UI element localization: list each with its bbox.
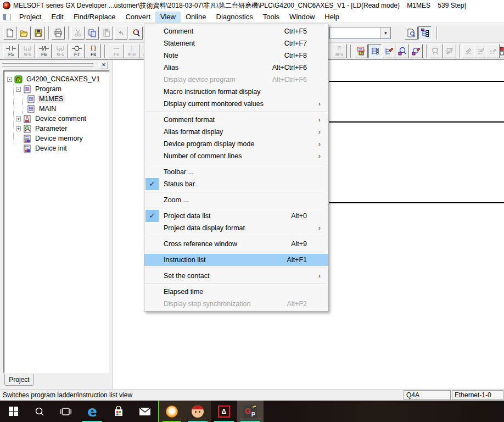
new-button[interactable] (3, 26, 16, 40)
menubar-tools[interactable]: Tools (258, 12, 284, 23)
device-test-button[interactable] (429, 44, 443, 58)
monitor-mode-button[interactable] (396, 44, 409, 58)
combobox-dropdown-button[interactable]: ▼ (380, 27, 390, 38)
save-button[interactable] (32, 26, 45, 40)
menu-item-set-the-contact[interactable]: Set the contact › (144, 270, 328, 282)
find-device-combobox[interactable]: ▼ (329, 27, 391, 39)
menu-item-cross-reference-window[interactable]: Cross reference window Alt+9 (144, 238, 328, 250)
menubar-diagnostics[interactable]: Diagnostics (211, 12, 258, 23)
panel-close-button[interactable]: ✕ (99, 62, 108, 69)
vertical-line-button[interactable]: | sF9 (124, 44, 139, 58)
menu-item-comment-format[interactable]: Comment format › (144, 114, 328, 126)
menu-item-status-bar[interactable]: ✓ Status bar (144, 178, 328, 190)
menu-item-toolbar[interactable]: Toolbar ... (144, 166, 328, 178)
paste-button[interactable] (100, 26, 113, 40)
taskbar-acrobat[interactable]: ∆ (211, 401, 237, 422)
copy-button[interactable] (86, 26, 99, 40)
expand-icon[interactable]: + (16, 126, 21, 131)
menu-item-comment[interactable]: Comment Ctrl+F5 (144, 25, 328, 37)
collapse-icon[interactable]: - (7, 77, 12, 82)
taskbar-edge[interactable]: e (79, 401, 105, 422)
search-icon (35, 407, 44, 417)
open-contact-button[interactable]: F5 (3, 44, 19, 58)
taskbar-app-face[interactable] (184, 401, 211, 422)
statement-edit-button[interactable] (474, 44, 488, 58)
menu-item-elapsed-time[interactable]: Elapsed time (144, 286, 328, 298)
menu-item-project-data-display-format[interactable]: Project data display format › (144, 222, 328, 234)
menu-item-note[interactable]: Note Ctrl+F8 (144, 49, 328, 62)
delete-vertical-line-button[interactable]: ⍁ aF9 (332, 44, 347, 58)
note-edit-button[interactable] (486, 44, 500, 58)
menubar-help[interactable]: Help (320, 12, 344, 23)
menubar-project[interactable]: Project (14, 12, 46, 23)
print-button[interactable] (52, 26, 65, 40)
menubar-find-replace[interactable]: Find/Replace (69, 12, 121, 23)
submenu-arrow-icon: › (318, 150, 321, 162)
tree-item-device-comment[interactable]: + Device comment (5, 114, 108, 124)
ladder-mode-button[interactable]: LD (355, 44, 368, 58)
find-window-button[interactable] (405, 26, 418, 40)
ladder-block-list-button[interactable] (500, 44, 504, 58)
start-button[interactable] (0, 401, 26, 422)
coil-button[interactable]: F7 (69, 44, 85, 58)
status-bar: Switches program ladder/instruction list… (0, 389, 504, 401)
menu-item-macro-instruction-format-display[interactable]: Macro instruction format display (144, 86, 328, 98)
write-mode-button[interactable] (382, 44, 395, 58)
closed-contact-button[interactable]: F6 (36, 44, 52, 58)
tree-item-device-memory[interactable]: Device memory (5, 134, 108, 143)
panel-grip[interactable] (2, 62, 93, 64)
menu-item-project-data-list[interactable]: ✓ Project data list Alt+0 (144, 210, 328, 222)
read-mode-button[interactable] (368, 44, 382, 58)
tree-item-label-selected: M1MES (37, 95, 65, 103)
task-view-button[interactable] (53, 401, 79, 422)
taskbar-mail[interactable] (132, 401, 158, 422)
open-button[interactable] (18, 26, 31, 40)
menu-item-display-current-monitored-values[interactable]: Display current monitored values › (144, 98, 328, 110)
menu-item-alias-format-display[interactable]: Alias format display › (144, 126, 328, 138)
menubar-window[interactable]: Window (284, 12, 320, 23)
taskbar-app-orange[interactable] (158, 401, 184, 422)
menu-item-device-program-display-mode[interactable]: Device program display mode › (144, 138, 328, 150)
parallel-closed-contact-button[interactable]: sF6 (53, 44, 68, 58)
parallel-open-contact-button[interactable]: sF5 (20, 44, 35, 58)
menubar-online[interactable]: Online (181, 12, 211, 23)
menu-item-statement[interactable]: Statement Ctrl+F7 (144, 37, 328, 49)
project-tab[interactable]: Project (4, 374, 34, 386)
project-data-list-button[interactable] (418, 26, 432, 40)
find-button[interactable] (130, 26, 143, 40)
menubar-edit[interactable]: Edit (46, 12, 68, 23)
melsoft-app-icon (3, 2, 10, 9)
tree-item-program[interactable]: - Program (5, 84, 108, 94)
menubar-view[interactable]: View (155, 12, 181, 23)
horizontal-line-icon: — (114, 46, 119, 52)
menu-item-zoom[interactable]: Zoom ... (144, 194, 328, 206)
tree-item-m1mes[interactable]: M1MES (5, 94, 108, 104)
menubar-convert[interactable]: Convert (120, 12, 155, 23)
taskbar-search-button[interactable] (26, 401, 53, 422)
menu-item-instruction-list[interactable]: Instruction list Alt+F1 (144, 254, 328, 266)
undo-button[interactable] (114, 26, 127, 40)
tree-item-parameter[interactable]: + Parameter (5, 124, 108, 134)
window-title: MELSOFT series GX Developer ...ustomer\技… (13, 1, 466, 10)
application-instruction-button[interactable]: { } F8 (86, 44, 101, 58)
tree-item-root[interactable]: - G4200_CNC6AXES_V1 (5, 74, 108, 84)
menu-item-alias[interactable]: Alias Alt+Ctrl+F6 (144, 62, 328, 74)
taskbar-gx-developer[interactable]: G P (237, 401, 264, 422)
menu-separator (145, 268, 327, 268)
panel-grip[interactable] (2, 65, 93, 66)
menu-item-number-of-comment-lines[interactable]: Number of comment lines › (144, 150, 328, 162)
tree-item-main[interactable]: MAIN (5, 104, 108, 114)
expand-icon[interactable]: + (16, 116, 21, 121)
child-window-icon[interactable] (3, 14, 11, 20)
cut-button[interactable] (71, 26, 85, 40)
monitor-write-mode-button[interactable] (410, 44, 423, 58)
tree-item-device-init[interactable]: Device init (5, 143, 108, 153)
device-test-stop-button[interactable] (443, 44, 456, 58)
taskbar-store[interactable] (105, 401, 132, 422)
collapse-icon[interactable]: - (16, 87, 21, 92)
horizontal-line-button[interactable]: — F9 (109, 44, 124, 58)
comment-edit-button[interactable] (462, 44, 475, 58)
copy-icon (88, 29, 97, 37)
ladder-rung (329, 121, 504, 123)
toolbar-separator (426, 45, 427, 58)
